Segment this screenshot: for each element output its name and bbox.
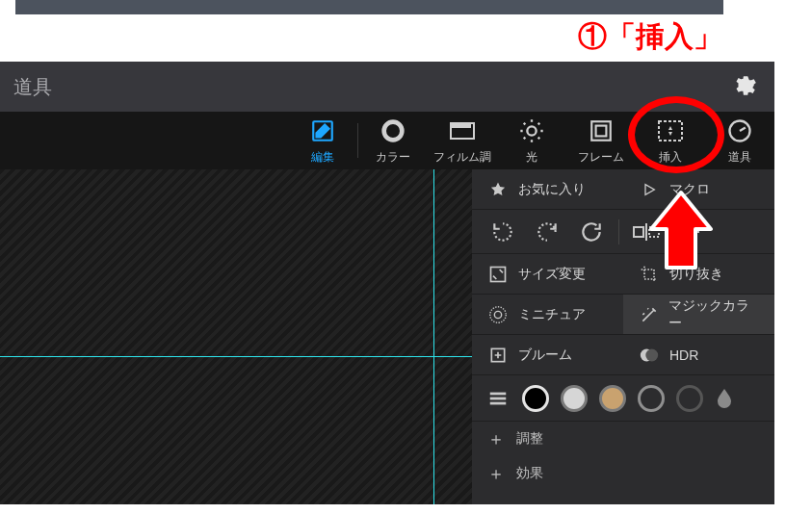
resize-cell[interactable]: サイズ変更 [472, 254, 623, 294]
toolbar-edit-label: 編集 [311, 149, 334, 166]
svg-rect-23 [490, 397, 507, 399]
toolbar-color[interactable]: カラー [358, 112, 428, 169]
svg-rect-10 [659, 121, 682, 141]
svg-point-18 [494, 311, 501, 318]
toolbar-film[interactable]: フィルム調 [428, 112, 497, 169]
drop-icon[interactable] [715, 387, 734, 410]
gear-icon[interactable] [732, 73, 757, 98]
svg-point-7 [527, 126, 536, 135]
svg-point-1 [384, 121, 403, 140]
toolbar-insert-label: 挿入 [659, 149, 682, 166]
rotation-row [472, 210, 774, 254]
toolbar-tools-label: 道具 [728, 149, 751, 166]
svg-point-21 [645, 348, 658, 361]
panel-row-top: お気に入り マクロ [472, 169, 774, 210]
rotate-cw-button[interactable] [530, 215, 564, 249]
sun-icon [518, 116, 545, 145]
insert-icon [657, 116, 684, 145]
plus-icon: ＋ [487, 465, 505, 482]
toolbar-frame[interactable]: フレーム [566, 112, 636, 169]
bloom-cell[interactable]: ブルーム [472, 335, 623, 374]
svg-rect-6 [467, 125, 470, 127]
svg-rect-3 [453, 125, 456, 127]
svg-rect-22 [490, 392, 507, 395]
favorites-cell[interactable]: お気に入り [472, 169, 623, 209]
sparkle-icon [487, 345, 509, 366]
macro-cell[interactable]: マクロ [623, 169, 774, 209]
star-icon [487, 179, 509, 200]
canvas-area[interactable] [0, 169, 472, 504]
toolbar-light-label: 光 [526, 149, 537, 166]
guide-vertical [433, 169, 434, 504]
panel-row-resize-crop: サイズ変更 切り抜き [472, 254, 774, 295]
play-icon [639, 179, 660, 200]
vignette-icon [487, 304, 509, 325]
flip-vertical-button[interactable] [673, 215, 708, 249]
magic-color-cell[interactable]: マジックカラー [623, 295, 774, 334]
app-window: 道具 編集 カラー フィルム調 光 [0, 62, 774, 504]
film-icon [449, 116, 476, 145]
toolbar-film-label: フィルム調 [433, 149, 491, 166]
svg-rect-16 [491, 267, 506, 281]
rotate-right-icon[interactable] [574, 215, 609, 249]
toolbar-frame-label: フレーム [578, 149, 624, 166]
guide-horizontal [0, 356, 472, 357]
flip-horizontal-button[interactable] [629, 215, 664, 249]
magic-color-label: マジックカラー [668, 297, 759, 332]
adjust-section[interactable]: ＋ 調整 [472, 422, 774, 456]
outer-window-chrome [15, 0, 723, 14]
toolbar-edit[interactable]: 編集 [288, 112, 357, 169]
svg-rect-12 [634, 227, 643, 237]
header-title: 道具 [13, 74, 52, 100]
swatch-2[interactable] [599, 385, 626, 412]
swatch-row [472, 375, 774, 422]
svg-rect-4 [458, 125, 460, 127]
toolbar-color-label: カラー [376, 149, 410, 166]
right-panel: お気に入り マクロ [472, 169, 774, 504]
toolbar: 編集 カラー フィルム調 光 フレーム [0, 112, 774, 169]
header-bar: 道具 [0, 62, 774, 112]
svg-rect-9 [596, 125, 607, 136]
crop-icon [639, 264, 660, 285]
svg-rect-13 [649, 227, 659, 237]
toolbar-insert[interactable]: 挿入 [636, 112, 705, 169]
toolbar-light[interactable]: 光 [497, 112, 566, 169]
panel-row-mini-magic: ミニチュア マジックカラー [472, 295, 774, 335]
svg-point-17 [490, 306, 507, 322]
resize-label: サイズ変更 [518, 266, 586, 283]
miniature-cell[interactable]: ミニチュア [472, 295, 623, 334]
bloom-label: ブルーム [518, 347, 572, 364]
crop-label: 切り抜き [669, 266, 723, 283]
swatch-0[interactable] [522, 385, 549, 412]
crop-cell[interactable]: 切り抜き [623, 254, 774, 294]
edit-icon [310, 116, 335, 145]
miniature-label: ミニチュア [518, 306, 586, 323]
rotate-ccw-button[interactable] [485, 215, 520, 249]
hdr-icon [639, 345, 660, 366]
effect-label: 効果 [516, 465, 543, 482]
svg-rect-14 [686, 219, 695, 229]
hdr-label: HDR [669, 347, 698, 363]
plus-icon: ＋ [487, 430, 505, 448]
wand-icon [639, 304, 659, 325]
frame-icon [589, 116, 614, 145]
macro-label: マクロ [669, 181, 710, 198]
adjust-label: 調整 [516, 430, 543, 448]
svg-rect-5 [462, 125, 465, 127]
svg-rect-8 [591, 121, 611, 141]
swatch-1[interactable] [561, 385, 588, 412]
resize-icon [487, 264, 509, 285]
effect-section[interactable]: ＋ 効果 [472, 456, 774, 491]
gauge-icon [726, 116, 753, 145]
svg-rect-24 [490, 401, 507, 404]
favorites-label: お気に入り [518, 181, 586, 198]
swatch-3[interactable] [638, 385, 665, 412]
toolbar-tools[interactable]: 道具 [705, 112, 774, 169]
list-icon[interactable] [485, 386, 511, 411]
annotation-text: ①「挿入」 [578, 17, 722, 57]
divider [618, 219, 619, 244]
hdr-cell[interactable]: HDR [623, 335, 774, 374]
swatch-4[interactable] [676, 385, 703, 412]
ring-icon [380, 116, 406, 145]
svg-rect-15 [686, 235, 695, 244]
